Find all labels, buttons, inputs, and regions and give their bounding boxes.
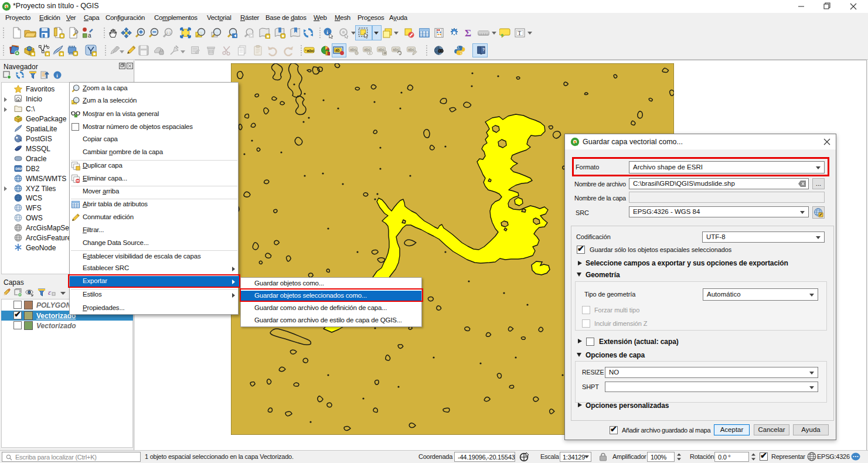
svg-text:T: T [518, 30, 522, 36]
svg-text:abc: abc [307, 48, 314, 53]
svg-text:ab: ab [335, 48, 340, 52]
svg-text:1:1: 1:1 [166, 31, 172, 35]
svg-text:Σ: Σ [465, 28, 471, 39]
svg-text:abc: abc [408, 47, 415, 52]
svg-text:abc: abc [364, 47, 371, 52]
svg-text:a: a [88, 32, 91, 39]
svg-text:abc: abc [350, 47, 357, 52]
svg-text:ε: ε [48, 288, 52, 297]
svg-text:DB2: DB2 [15, 167, 22, 171]
svg-text:abc: abc [393, 47, 400, 52]
svg-text:?: ? [482, 47, 485, 52]
